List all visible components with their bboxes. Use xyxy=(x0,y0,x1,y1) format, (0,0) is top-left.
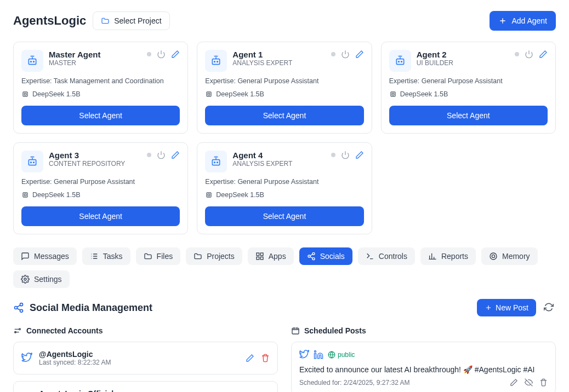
tab-socials[interactable]: Socials xyxy=(299,247,352,265)
svg-rect-24 xyxy=(208,194,210,196)
svg-point-11 xyxy=(398,61,399,62)
refresh-button[interactable] xyxy=(542,300,556,316)
agent-model: DeepSeek 1.5B xyxy=(389,90,548,98)
tabs-row: Messages Tasks Files Projects Apps Socia… xyxy=(13,247,556,288)
agent-expertise: Expertise: Task Management and Coordinat… xyxy=(21,77,180,85)
status-dot xyxy=(331,153,335,157)
svg-rect-8 xyxy=(207,92,211,96)
select-project-button[interactable]: Select Project xyxy=(93,11,169,30)
select-agent-button[interactable]: Select Agent xyxy=(205,206,363,226)
bot-icon xyxy=(21,151,43,172)
pencil-icon[interactable] xyxy=(171,50,180,59)
status-dot xyxy=(147,153,151,157)
power-icon[interactable] xyxy=(525,50,533,59)
plus-icon xyxy=(498,16,507,25)
account-handle: AgentsLogic Official xyxy=(39,389,239,392)
agent-card: Agent 2 UI BUILDER Expertise: General Pu… xyxy=(381,42,556,134)
agent-name: Agent 1 xyxy=(232,50,325,59)
cpu-icon xyxy=(389,90,397,98)
agent-role: ANALYSIS EXPERT xyxy=(232,160,325,168)
agent-name: Agent 4 xyxy=(232,151,325,160)
select-project-label: Select Project xyxy=(114,16,161,25)
pencil-icon[interactable] xyxy=(510,378,518,387)
svg-point-31 xyxy=(312,258,315,260)
folder-icon xyxy=(194,252,202,261)
svg-point-6 xyxy=(214,61,215,62)
svg-rect-40 xyxy=(292,328,299,334)
svg-rect-14 xyxy=(392,93,394,95)
status-dot xyxy=(147,52,151,56)
bot-icon xyxy=(205,151,227,172)
agent-model: DeepSeek 1.5B xyxy=(205,191,363,199)
pencil-icon[interactable] xyxy=(171,151,180,159)
cpu-icon xyxy=(21,90,29,98)
svg-point-37 xyxy=(20,309,23,312)
tab-settings[interactable]: Settings xyxy=(13,270,70,288)
svg-point-7 xyxy=(217,61,218,62)
tab-apps[interactable]: Apps xyxy=(248,247,294,265)
cpu-icon xyxy=(205,191,213,199)
select-agent-button[interactable]: Select Agent xyxy=(21,106,180,125)
svg-point-17 xyxy=(33,162,35,163)
tab-projects[interactable]: Projects xyxy=(186,247,242,265)
svg-rect-25 xyxy=(257,253,259,256)
tab-reports[interactable]: Reports xyxy=(420,247,476,265)
bot-icon xyxy=(389,50,411,72)
list-icon xyxy=(90,252,99,261)
svg-point-29 xyxy=(312,252,315,255)
connected-accounts-header: Connected Accounts xyxy=(13,326,278,335)
svg-point-36 xyxy=(15,307,18,309)
visibility-badge: public xyxy=(328,351,355,359)
agent-expertise: Expertise: General Purpose Assistant xyxy=(205,178,363,186)
account-card: AgentsLogic Official Last synced: 8:12:3… xyxy=(13,381,278,392)
svg-rect-5 xyxy=(213,59,220,65)
power-icon[interactable] xyxy=(157,151,166,159)
account-sync: Last synced: 8:22:32 AM xyxy=(39,359,239,366)
power-icon[interactable] xyxy=(157,50,166,59)
pencil-icon[interactable] xyxy=(355,50,364,59)
power-icon[interactable] xyxy=(341,50,350,59)
calendar-icon xyxy=(291,326,300,335)
agents-grid: Master Agent MASTER Expertise: Task Mana… xyxy=(13,42,556,234)
tab-messages[interactable]: Messages xyxy=(13,247,77,265)
select-agent-button[interactable]: Select Agent xyxy=(389,106,548,125)
svg-point-38 xyxy=(19,328,21,330)
trash-icon[interactable] xyxy=(261,354,270,362)
post-card: public Excited to announce our latest AI… xyxy=(291,342,556,392)
svg-rect-27 xyxy=(257,257,259,260)
svg-rect-0 xyxy=(29,59,36,65)
svg-rect-9 xyxy=(208,93,210,95)
svg-rect-15 xyxy=(29,160,36,165)
bar-chart-icon xyxy=(428,252,437,261)
add-agent-button[interactable]: Add Agent xyxy=(490,11,556,31)
pencil-icon[interactable] xyxy=(246,354,254,362)
scheduled-posts-header: Scheduled Posts xyxy=(291,326,556,335)
tab-tasks[interactable]: Tasks xyxy=(82,247,130,265)
tab-files[interactable]: Files xyxy=(136,247,181,265)
svg-point-1 xyxy=(31,61,32,62)
connected-accounts-col: Connected Accounts @AgentsLogic Last syn… xyxy=(13,326,278,392)
new-post-button[interactable]: New Post xyxy=(477,299,536,316)
terminal-icon xyxy=(366,252,374,261)
pencil-icon[interactable] xyxy=(355,151,364,159)
tab-controls[interactable]: Controls xyxy=(358,247,415,265)
share-icon xyxy=(13,302,24,313)
svg-rect-13 xyxy=(391,92,395,96)
select-agent-button[interactable]: Select Agent xyxy=(21,206,180,226)
svg-point-16 xyxy=(31,162,32,163)
agent-role: MASTER xyxy=(49,59,141,67)
target-icon xyxy=(489,252,498,261)
pencil-icon[interactable] xyxy=(539,50,548,59)
agent-model: DeepSeek 1.5B xyxy=(21,90,180,98)
status-dot xyxy=(515,52,519,56)
agent-card: Agent 4 ANALYSIS EXPERT Expertise: Gener… xyxy=(197,142,372,234)
agent-expertise: Expertise: General Purpose Assistant xyxy=(205,77,363,85)
power-icon[interactable] xyxy=(341,151,350,159)
agent-card: Master Agent MASTER Expertise: Task Mana… xyxy=(13,42,188,134)
tab-memory[interactable]: Memory xyxy=(481,247,538,265)
cpu-icon xyxy=(21,191,29,199)
trash-icon[interactable] xyxy=(539,378,548,387)
select-agent-button[interactable]: Select Agent xyxy=(205,106,363,125)
eye-off-icon[interactable] xyxy=(525,378,533,387)
gear-icon xyxy=(21,275,30,284)
